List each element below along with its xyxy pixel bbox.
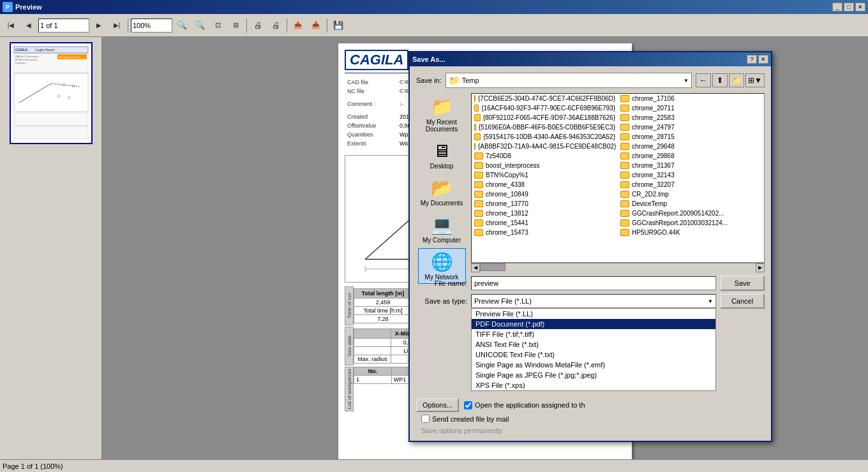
close-button[interactable]: ✕ [855, 3, 865, 11]
folder-item[interactable]: chrome_15473 [472, 228, 618, 237]
place-documents[interactable]: 📂 My Documents [418, 174, 466, 210]
separator-2 [246, 18, 247, 33]
cancel-dialog-button[interactable]: Cancel [720, 293, 765, 309]
folder-item[interactable]: {AB8BF32D-71A9-4A4C-9815-FCE9DE48CB02} [472, 142, 618, 151]
folder-item[interactable]: {7CCB6E25-304D-474C-9CE7-4C662FF8B06D} [472, 94, 618, 103]
folder-item[interactable]: chrome_29648 [618, 142, 764, 151]
folder-icon [474, 124, 476, 131]
save-in-combo[interactable]: 📁 Temp ▼ [445, 73, 692, 88]
zoom-page-button[interactable]: ⊞ [227, 17, 244, 34]
app-icon: P [3, 2, 13, 12]
savetype-option-ansi[interactable]: ANSI Text File (*.txt) [472, 339, 715, 350]
create-folder-button[interactable]: 📁 [729, 73, 744, 87]
folder-item[interactable]: chrome_22583 [618, 113, 764, 122]
folder-item[interactable]: CR_2D2.tmp [618, 189, 764, 199]
page-indicator[interactable] [38, 18, 89, 33]
filename-input[interactable] [471, 276, 716, 290]
folder-item[interactable]: chrome_32143 [618, 170, 764, 180]
save-in-row: Save in: 📁 Temp ▼ ← ⬆ 📁 ⊞▼ [416, 73, 765, 88]
dialog-close-button[interactable]: ✕ [758, 55, 768, 64]
folder-item[interactable]: chrome_10849 [472, 189, 618, 199]
dropdown-arrow-icon: ▼ [708, 299, 713, 304]
print-options-button[interactable]: 🖨 [267, 17, 284, 34]
savetype-option-ll[interactable]: Preview File (*.LL) [472, 309, 715, 319]
folder-icon [474, 172, 483, 179]
options-button[interactable]: Options... [416, 398, 459, 412]
folder-item[interactable]: chrome_24797 [618, 122, 764, 132]
folder-item[interactable]: chrome_32207 [618, 180, 764, 189]
svg-text:CAGILA: CAGILA [15, 48, 28, 52]
folder-item[interactable]: boost_interprocess [472, 161, 618, 170]
nav-prev-button[interactable]: ◀ [20, 17, 37, 34]
dialog-title: Save As... [412, 55, 445, 63]
save-options-label: Save options permanently [421, 427, 765, 434]
folder-item[interactable]: {51696E0A-0BBF-46F6-B0E5-C0BB6F5E9EC3} [472, 122, 618, 132]
export-button[interactable]: 📤 [290, 17, 306, 34]
nav-last-button[interactable]: ▶| [108, 17, 125, 34]
savetype-option-tiff[interactable]: TIFF File (*.tif;*.tiff) [472, 329, 715, 339]
folder-item[interactable]: chrome_13770 [472, 199, 618, 209]
print-button[interactable]: 🖨 [250, 17, 266, 34]
place-computer[interactable]: 💻 My Computer [418, 211, 466, 247]
minimize-button[interactable]: _ [832, 3, 842, 11]
separator-3 [287, 18, 287, 33]
thumbnail-preview[interactable]: CAGILA Cagila Report CAD file C:\Documen… [10, 42, 93, 144]
folder-icon [620, 105, 629, 112]
savetype-option-jpeg[interactable]: Single Page as JPEG File (*.jpg;*.jpeg) [472, 370, 715, 380]
zoom-input[interactable] [131, 18, 172, 33]
folder-item[interactable]: GGCrashReport.20090514202... [618, 209, 764, 218]
save-dialog-button[interactable]: Save [720, 276, 765, 291]
zoom-in-button[interactable]: 🔍 [174, 17, 190, 34]
dialog-help-button[interactable]: ? [747, 55, 757, 64]
import-button[interactable]: 📥 [308, 17, 324, 34]
savetype-option-unicode[interactable]: UNICODE Text File (*.txt) [472, 350, 715, 360]
folder-item[interactable]: chrome_29868 [618, 151, 764, 161]
folder-item[interactable]: {80F92102-F065-4CFE-9D97-36AE188B7626} [472, 113, 618, 122]
folder-item[interactable]: chrome_28715 [618, 132, 764, 142]
nav-back-button[interactable]: ← [696, 73, 711, 87]
folder-icon [620, 210, 629, 217]
folder-item[interactable]: HP5UR9GO.44K [618, 228, 764, 237]
nav-first-button[interactable]: |◀ [3, 17, 19, 34]
folder-item[interactable]: {16ACF640-92F3-4F77-90EC-6CF69B96E793} [472, 103, 618, 113]
nav-next-button[interactable]: ▶ [91, 17, 107, 34]
folder-item[interactable]: chrome_17106 [618, 94, 764, 103]
savetype-dropdown[interactable]: Preview File (*.LL) ▼ [471, 294, 716, 308]
svg-text:CAD file C:\Documents...: CAD file C:\Documents... [15, 55, 40, 58]
savetype-option-pdf[interactable]: PDF Document (*.pdf) [472, 319, 715, 329]
folder-item[interactable]: chrome_15441 [472, 218, 618, 228]
restore-button[interactable]: □ [844, 3, 854, 11]
folder-item[interactable]: chrome_31367 [618, 161, 764, 170]
place-recent[interactable]: 📁 My Recent Documents [418, 93, 466, 136]
view-button[interactable]: ⊞▼ [745, 73, 765, 87]
folder-icon [474, 210, 483, 217]
folder-icon [474, 152, 483, 159]
nav-up-button[interactable]: ⬆ [712, 73, 728, 87]
folder-item[interactable]: chrome_20711 [618, 103, 764, 113]
zoom-fit-button[interactable]: ⊡ [209, 17, 226, 34]
save-button[interactable]: 💾 [330, 17, 347, 34]
folder-icon [620, 172, 629, 179]
savetype-selected: Preview File (*.LL) [474, 297, 532, 305]
open-app-checkbox[interactable] [464, 401, 472, 409]
files-panel[interactable]: {7CCB6E25-304D-474C-9CE7-4C662FF8B06D} c… [471, 93, 765, 263]
folder-item[interactable]: BTN%Copy%1 [472, 170, 618, 180]
place-desktop[interactable]: 🖥 Desktop [418, 137, 466, 173]
file-browser: 📁 My Recent Documents 🖥 Desktop 📂 My Doc… [416, 93, 765, 272]
folder-item[interactable]: DeviceTemp [618, 199, 764, 209]
folder-item[interactable]: 7z540D8 [472, 151, 618, 161]
send-mail-checkbox[interactable] [421, 415, 430, 423]
savetype-option-emf[interactable]: Single Page as Windows MetaFile (*.emf) [472, 360, 715, 370]
savetype-option-xps[interactable]: XPS File (*.xps) [472, 380, 715, 390]
folder-icon [620, 95, 629, 102]
folder-item[interactable]: {59154176-10DB-4340-AAE6-946353C20A52} [472, 132, 618, 142]
zoom-out-button[interactable]: 🔍 [191, 17, 208, 34]
svg-text:NC file  C:\Documents...: NC file C:\Documents... [15, 59, 39, 61]
scroll-left-btn[interactable]: ◀ [471, 263, 480, 272]
scroll-right-btn[interactable]: ▶ [756, 263, 765, 272]
folder-item[interactable]: chrome_4338 [472, 180, 618, 189]
folder-item[interactable]: chrome_13812 [472, 209, 618, 218]
h-scrollbar[interactable]: ◀ ▶ [471, 263, 765, 272]
folder-item[interactable]: GGCrashReport.201003032124... [618, 218, 764, 228]
place-network[interactable]: 🌐 My Network [418, 248, 466, 284]
